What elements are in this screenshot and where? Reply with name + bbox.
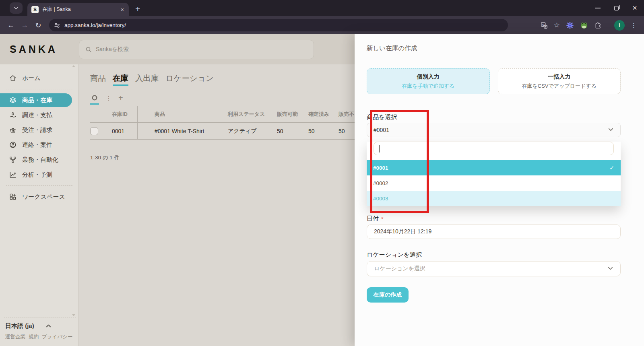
window-restore-button[interactable] — [607, 0, 625, 16]
location-select[interactable]: ロケーションを選択 — [367, 261, 621, 276]
sidebar-item-contacts-cases[interactable]: 連絡・案件 — [0, 138, 78, 152]
tab-title: 在庫 | Sanka — [42, 6, 116, 13]
tab-locations[interactable]: ロケーション — [166, 73, 214, 86]
mode-title: 個別入力 — [417, 73, 440, 80]
link-privacy[interactable]: プライバシー — [42, 334, 72, 340]
circle-view-icon — [91, 95, 98, 101]
search-icon — [85, 46, 92, 53]
col-header-committed[interactable]: 確定済み — [302, 106, 334, 122]
chevron-down-icon — [607, 265, 613, 272]
add-view-button[interactable]: + — [118, 94, 123, 102]
chart-icon — [9, 171, 17, 179]
chevron-up-icon — [45, 323, 52, 329]
scroll-down-indicator — [72, 314, 75, 316]
cell-status: アクティブ — [218, 123, 268, 139]
sidebar-item-label: ホーム — [22, 74, 41, 82]
nodes-icon — [9, 156, 17, 164]
minimize-icon — [595, 8, 601, 8]
page-tabs: 商品 在庫 入出庫 ロケーション — [90, 73, 355, 86]
location-placeholder: ロケーションを選択 — [374, 265, 425, 272]
sidebar: ホーム 商品・在庫 調達・支払 受注・請求 — [0, 64, 79, 346]
link-company[interactable]: 運営企業 — [5, 334, 25, 340]
translate-icon[interactable]: G — [541, 22, 548, 29]
col-header-unavailable[interactable]: 販売不 — [334, 106, 355, 122]
sanka-logo[interactable]: SANKA — [0, 43, 79, 55]
mode-subtitle: 在庫を手動で追加する — [402, 82, 454, 90]
language-selector[interactable]: 日本語 (ja) — [0, 322, 78, 330]
mode-card-bulk[interactable]: 一括入力 在庫をCSVでアップロードする — [498, 68, 621, 94]
site-info-icon[interactable] — [54, 22, 60, 29]
dropdown-option-0002[interactable]: #0002 — [367, 175, 621, 191]
tab-search-button[interactable] — [10, 2, 23, 14]
sidebar-item-workflows-automation[interactable]: 業務・自動化 — [0, 153, 78, 167]
sidebar-item-products-inventory[interactable]: 商品・在庫 — [0, 93, 72, 107]
tab-products[interactable]: 商品 — [90, 73, 106, 86]
reload-button[interactable]: ↻ — [31, 19, 45, 32]
cell-inventory-id: 0001 — [112, 123, 137, 139]
required-asterisk: * — [381, 216, 383, 222]
dropdown-option-0003[interactable]: #0003 — [367, 191, 621, 206]
favicon: S — [31, 6, 39, 13]
toolbar-actions: G ☆ I ⋮ — [541, 20, 640, 31]
extensions-puzzle-icon[interactable] — [594, 21, 602, 29]
chevron-down-icon — [13, 5, 19, 11]
drawer-divider — [355, 63, 644, 63]
extension-flower-icon[interactable] — [566, 21, 574, 29]
col-header-status[interactable]: 利用ステータス — [218, 106, 268, 122]
create-inventory-button[interactable]: 在庫の作成 — [367, 287, 409, 303]
option-label: #0001 — [373, 165, 388, 171]
input-mode-cards: 個別入力 在庫を手動で追加する 一括入力 在庫をCSVでアップロードする — [367, 68, 621, 94]
row-checkbox[interactable] — [90, 127, 98, 135]
tab-in-out[interactable]: 入出庫 — [135, 73, 159, 86]
language-label: 日本語 (ja) — [5, 322, 34, 330]
sidebar-item-label: 商品・在庫 — [22, 97, 52, 104]
view-options-kebab-icon[interactable]: ⋮ — [106, 95, 111, 101]
col-header-available[interactable]: 販売可能 — [268, 106, 302, 122]
mode-card-individual[interactable]: 個別入力 在庫を手動で追加する — [367, 68, 490, 94]
table-row[interactable]: 0001 #0001 White T-Shirt アクティブ 50 50 50 — [90, 123, 355, 140]
text-cursor — [379, 145, 380, 152]
browser-menu-icon[interactable]: ⋮ — [631, 22, 637, 29]
link-terms[interactable]: 規約 — [29, 334, 39, 340]
window-minimize-button[interactable] — [588, 0, 607, 16]
app-body: ホーム 商品・在庫 調達・支払 受注・請求 — [0, 64, 355, 346]
person-circle-icon — [9, 141, 17, 149]
dropdown-search-input[interactable] — [374, 142, 614, 155]
home-icon — [9, 74, 17, 82]
sidebar-item-procurement[interactable]: 調達・支払 — [0, 108, 78, 122]
extension-frog-icon[interactable] — [580, 21, 588, 29]
new-tab-button[interactable]: + — [135, 4, 140, 13]
col-header-inventory-id[interactable]: 在庫ID — [112, 106, 137, 122]
sidebar-item-workspace[interactable]: ワークスペース — [0, 190, 78, 204]
tab-inventory[interactable]: 在庫 — [113, 73, 128, 86]
date-input[interactable]: 2024年10月22日 12:19 — [367, 224, 621, 239]
basket-icon — [9, 126, 17, 134]
profile-avatar[interactable]: I — [614, 20, 625, 31]
global-search-input[interactable]: Sankaを検索 — [79, 40, 314, 59]
dropdown-option-0001[interactable]: #0001 ✓ — [367, 160, 621, 175]
forward-button[interactable]: → — [18, 19, 31, 32]
col-header-product[interactable]: 商品 — [137, 106, 218, 122]
table-header-row: 在庫ID 商品 利用ステータス 販売可能 確定済み 販売不 — [90, 106, 355, 123]
header-checkbox-spacer — [90, 106, 112, 122]
option-label: #0003 — [373, 196, 388, 202]
tab-close-icon[interactable]: × — [120, 6, 125, 13]
check-icon: ✓ — [609, 165, 614, 171]
sidebar-item-home[interactable]: ホーム — [0, 71, 78, 85]
url-bar[interactable]: app.sanka.io/ja/inventory/ — [49, 19, 508, 31]
sidebar-item-analytics-forecast[interactable]: 分析・予測 — [0, 168, 78, 181]
workspace-icon — [9, 193, 17, 201]
sidebar-item-label: 受注・請求 — [22, 126, 52, 134]
url-text[interactable]: app.sanka.io/ja/inventory/ — [64, 22, 126, 28]
active-view-tab[interactable] — [90, 95, 99, 105]
window-close-button[interactable]: ✕ — [625, 0, 644, 16]
back-button[interactable]: ← — [4, 19, 18, 32]
product-dropdown: #0001 ✓ #0002 #0003 — [367, 142, 621, 206]
bookmark-star-icon[interactable]: ☆ — [554, 21, 560, 29]
browser-tab[interactable]: S 在庫 | Sanka × — [27, 3, 129, 16]
window-controls: ✕ — [588, 0, 644, 16]
product-select[interactable]: #0001 — [367, 123, 621, 137]
hand-drop-icon — [9, 111, 17, 119]
sidebar-item-orders-billing[interactable]: 受注・請求 — [0, 123, 78, 137]
date-field-label: 日付 * — [367, 215, 621, 222]
